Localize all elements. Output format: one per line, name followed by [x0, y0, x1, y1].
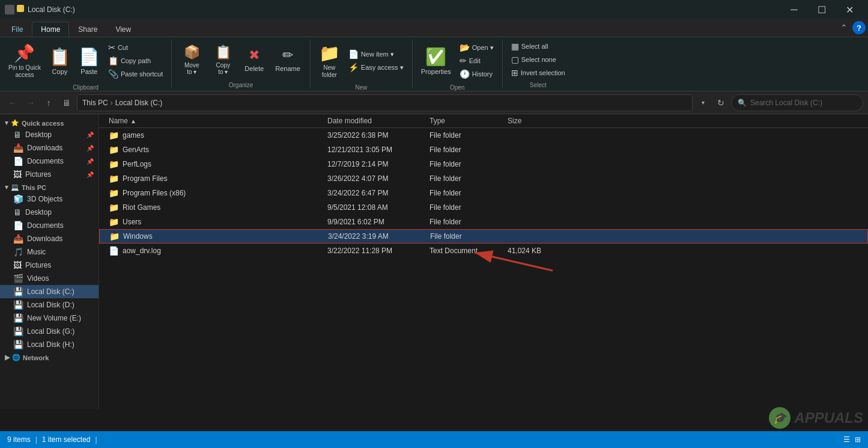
properties-button[interactable]: ✅ Properties	[417, 40, 455, 82]
tab-view[interactable]: View	[106, 22, 140, 37]
new-item-button[interactable]: 📄 New item ▾	[345, 48, 407, 60]
pin-to-quick-access-button[interactable]: 📌 Pin to Quickaccess	[5, 40, 44, 82]
file-date-windows: 3/24/2022 3:19 AM	[328, 232, 430, 241]
file-row-genarts[interactable]: 📁 GenArts 12/21/2021 3:05 PM File folder	[99, 143, 868, 157]
paste-button-large[interactable]: 📄 Paste	[75, 40, 103, 82]
pictures-pc-label: Pictures	[25, 261, 51, 269]
invert-selection-button[interactable]: ⊞ Invert selection	[508, 67, 569, 79]
sidebar-item-downloads-qa[interactable]: 📥 Downloads 📌	[0, 141, 99, 155]
sidebar-this-pc[interactable]: ▾ 💻 This PC	[0, 181, 99, 192]
sidebar-quick-access[interactable]: ▾ ⭐ Quick access	[0, 117, 99, 128]
sidebar-network[interactable]: ▶ 🌐 Network	[0, 351, 99, 363]
tab-share[interactable]: Share	[69, 22, 106, 37]
file-date-programfilesx86: 3/24/2022 6:47 PM	[327, 189, 429, 197]
sidebar-item-documents-qa[interactable]: 📄 Documents 📌	[0, 155, 99, 168]
cut-button[interactable]: ✂ Cut	[105, 41, 166, 54]
sidebar-item-new-volume-e[interactable]: 💾 New Volume (E:)	[0, 311, 99, 325]
pictures-qa-icon: 🖼	[13, 170, 22, 179]
select-none-button[interactable]: ▢ Select none	[508, 54, 569, 66]
tab-home[interactable]: Home	[32, 22, 69, 37]
select-all-icon: ▦	[511, 41, 519, 51]
back-button[interactable]: ←	[5, 95, 20, 111]
new-col: 📄 New item ▾ ⚡ Easy access ▾	[345, 48, 407, 73]
move-to-icon: 📦	[184, 44, 200, 60]
new-volume-e-label: New Volume (E:)	[27, 314, 81, 322]
file-row-games[interactable]: 📁 games 3/25/2022 6:38 PM File folder	[99, 128, 868, 143]
music-icon: 🎵	[13, 247, 23, 257]
paste-icon-large: 📄	[79, 47, 100, 67]
sidebar-item-documents-pc[interactable]: 📄 Documents	[0, 219, 99, 232]
up-button[interactable]: ↑	[41, 95, 56, 111]
help-button[interactable]: ?	[852, 21, 866, 34]
nav-dropdown-button[interactable]: ▾	[695, 95, 711, 111]
breadcrumb-bar[interactable]: This PC › Local Disk (C:)	[77, 94, 693, 111]
new-folder-button[interactable]: 📁 Newfolder	[315, 40, 344, 82]
collapse-ribbon-icon[interactable]: ⌃	[840, 23, 848, 32]
ribbon: 📌 Pin to Quickaccess 📋 Copy 📄 Paste ✂ Cu…	[0, 37, 868, 91]
easy-access-button[interactable]: ⚡ Easy access ▾	[345, 61, 407, 73]
view-details-icon[interactable]: ☰	[843, 435, 850, 444]
file-name-users: Users	[123, 218, 141, 226]
tab-file[interactable]: File	[2, 22, 32, 37]
file-row-users[interactable]: 📁 Users 9/9/2021 6:02 PM File folder	[99, 215, 868, 229]
copy-path-button[interactable]: 📋 Copy path	[105, 55, 166, 67]
sidebar-item-local-g[interactable]: 💾 Local Disk (G:)	[0, 325, 99, 338]
sidebar-item-3dobjects[interactable]: 🧊 3D Objects	[0, 192, 99, 206]
file-pane[interactable]: Name ▲ Date modified Type Size 📁 games 3…	[99, 114, 868, 409]
file-row-aow[interactable]: 📄 aow_drv.log 3/22/2022 11:28 PM Text Do…	[99, 244, 868, 258]
paste-shortcut-label: Paste shortcut	[121, 70, 163, 78]
rename-button[interactable]: ✏ Rename	[270, 45, 305, 75]
sidebar-item-pictures-pc[interactable]: 🖼 Pictures	[0, 259, 99, 272]
sidebar-item-desktop-pc[interactable]: 🖥 Desktop	[0, 206, 99, 219]
new-item-label: New item ▾	[361, 51, 394, 58]
file-date-genarts: 12/21/2021 3:05 PM	[327, 146, 429, 154]
file-row-programfiles[interactable]: 📁 Program Files 3/26/2022 4:07 PM File f…	[99, 171, 868, 186]
breadcrumb-thispc[interactable]: This PC	[82, 99, 108, 107]
sidebar-item-local-d[interactable]: 💾 Local Disk (D:)	[0, 298, 99, 311]
search-box[interactable]: 🔍 Search Local Disk (C:)	[731, 94, 863, 111]
copy-button-large[interactable]: 📋 Copy	[46, 40, 74, 82]
sidebar-item-music[interactable]: 🎵 Music	[0, 245, 99, 259]
view-tiles-icon[interactable]: ⊞	[855, 435, 861, 444]
edit-button[interactable]: ✏ Edit	[456, 55, 497, 67]
sidebar-item-videos[interactable]: 🎬 Videos	[0, 272, 99, 285]
pictures-pc-icon: 🖼	[13, 260, 22, 270]
file-type-programfiles: File folder	[429, 174, 508, 183]
delete-label: Delete	[244, 65, 264, 72]
paste-shortcut-button[interactable]: 📎 Paste shortcut	[105, 68, 166, 80]
history-icon: 🕐	[460, 69, 470, 79]
breadcrumb-localdisk[interactable]: Local Disk (C:)	[115, 99, 163, 107]
rename-icon: ✏	[282, 48, 293, 63]
maximize-button[interactable]: ☐	[808, 0, 836, 19]
forward-button[interactable]: →	[23, 95, 38, 111]
minimize-button[interactable]: ─	[780, 0, 808, 19]
col-name-header[interactable]: Name ▲	[99, 117, 327, 125]
sidebar-item-downloads-pc[interactable]: 📥 Downloads	[0, 232, 99, 245]
move-to-button[interactable]: 📦 Moveto ▾	[177, 42, 207, 78]
file-row-programfilesx86[interactable]: 📁 Program Files (x86) 3/24/2022 6:47 PM …	[99, 186, 868, 200]
close-button[interactable]: ✕	[836, 0, 863, 19]
documents-qa-pin: 📌	[86, 158, 94, 165]
file-row-windows[interactable]: 📁 Windows 3/24/2022 3:19 AM File folder	[99, 229, 868, 244]
col-size-header[interactable]: Size	[508, 117, 574, 125]
col-type-header[interactable]: Type	[429, 117, 508, 125]
file-name-aow: aow_drv.log	[123, 247, 161, 255]
select-col: ▦ Select all ▢ Select none ⊞ Invert sele…	[508, 40, 569, 79]
file-row-perflogs[interactable]: 📁 PerfLogs 12/7/2019 2:14 PM File folder	[99, 157, 868, 171]
desktop-qa-icon: 🖥	[13, 130, 22, 140]
sidebar-item-desktop-qa[interactable]: 🖥 Desktop 📌	[0, 128, 99, 141]
sidebar-item-local-h[interactable]: 💾 Local Disk (H:)	[0, 338, 99, 351]
select-all-button[interactable]: ▦ Select all	[508, 40, 569, 52]
sidebar-item-local-c[interactable]: 💾 Local Disk (C:)	[0, 285, 99, 298]
delete-button[interactable]: ✖ Delete	[239, 45, 269, 75]
documents-pc-icon: 📄	[13, 221, 23, 230]
copy-to-button[interactable]: 📋 Copyto ▾	[208, 42, 238, 78]
copy-path-label: Copy path	[121, 57, 151, 64]
file-row-riotgames[interactable]: 📁 Riot Games 9/5/2021 12:08 AM File fold…	[99, 200, 868, 215]
col-date-header[interactable]: Date modified	[327, 117, 429, 125]
open-button[interactable]: 📂 Open ▾	[456, 41, 497, 54]
file-name-games: games	[123, 131, 144, 140]
sidebar-item-pictures-qa[interactable]: 🖼 Pictures 📌	[0, 168, 99, 181]
history-button[interactable]: 🕐 History	[456, 68, 497, 80]
refresh-button[interactable]: ↻	[713, 95, 729, 111]
